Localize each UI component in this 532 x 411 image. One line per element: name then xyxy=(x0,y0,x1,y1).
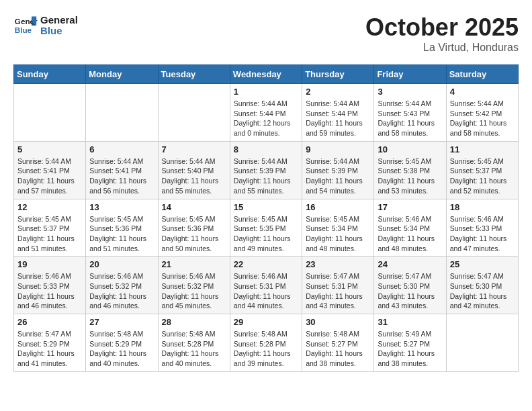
day-number: 23 xyxy=(306,259,370,269)
day-info: Sunrise: 5:44 AM Sunset: 5:41 PM Dayligh… xyxy=(17,156,82,196)
day-info: Sunrise: 5:46 AM Sunset: 5:33 PM Dayligh… xyxy=(450,214,515,254)
calendar-cell: 9Sunrise: 5:44 AM Sunset: 5:39 PM Daylig… xyxy=(302,141,374,199)
calendar-cell: 10Sunrise: 5:45 AM Sunset: 5:38 PM Dayli… xyxy=(374,141,446,199)
day-info: Sunrise: 5:44 AM Sunset: 5:39 PM Dayligh… xyxy=(306,156,370,196)
calendar-cell: 6Sunrise: 5:44 AM Sunset: 5:41 PM Daylig… xyxy=(86,141,158,199)
day-info: Sunrise: 5:48 AM Sunset: 5:27 PM Dayligh… xyxy=(306,329,370,369)
day-info: Sunrise: 5:47 AM Sunset: 5:30 PM Dayligh… xyxy=(450,271,515,311)
month-title: October 2025 xyxy=(365,13,519,42)
day-info: Sunrise: 5:46 AM Sunset: 5:33 PM Dayligh… xyxy=(17,271,82,311)
day-number: 20 xyxy=(89,259,154,269)
day-number: 31 xyxy=(378,317,442,327)
day-number: 8 xyxy=(234,144,298,154)
calendar-cell: 23Sunrise: 5:47 AM Sunset: 5:31 PM Dayli… xyxy=(302,257,374,314)
calendar-cell: 7Sunrise: 5:44 AM Sunset: 5:40 PM Daylig… xyxy=(158,141,230,199)
day-number: 14 xyxy=(162,202,226,212)
calendar-cell xyxy=(14,84,86,142)
day-info: Sunrise: 5:46 AM Sunset: 5:31 PM Dayligh… xyxy=(234,271,298,311)
day-info: Sunrise: 5:47 AM Sunset: 5:31 PM Dayligh… xyxy=(306,271,370,311)
calendar-cell: 24Sunrise: 5:47 AM Sunset: 5:30 PM Dayli… xyxy=(374,257,446,314)
day-number: 10 xyxy=(378,144,442,154)
calendar-cell: 21Sunrise: 5:46 AM Sunset: 5:32 PM Dayli… xyxy=(158,257,230,314)
calendar-cell: 25Sunrise: 5:47 AM Sunset: 5:30 PM Dayli… xyxy=(446,257,518,314)
day-info: Sunrise: 5:44 AM Sunset: 5:40 PM Dayligh… xyxy=(162,156,226,196)
calendar-cell: 8Sunrise: 5:44 AM Sunset: 5:39 PM Daylig… xyxy=(230,141,302,199)
calendar-cell: 20Sunrise: 5:46 AM Sunset: 5:32 PM Dayli… xyxy=(86,257,158,314)
calendar-cell: 3Sunrise: 5:44 AM Sunset: 5:43 PM Daylig… xyxy=(374,84,446,142)
day-of-week-header: Sunday xyxy=(14,65,86,84)
day-info: Sunrise: 5:49 AM Sunset: 5:27 PM Dayligh… xyxy=(378,329,442,369)
logo-line1: General xyxy=(40,15,78,26)
calendar-cell: 26Sunrise: 5:47 AM Sunset: 5:29 PM Dayli… xyxy=(14,314,86,372)
location-subtitle: La Virtud, Honduras xyxy=(365,42,519,54)
day-info: Sunrise: 5:45 AM Sunset: 5:34 PM Dayligh… xyxy=(306,214,370,254)
day-number: 1 xyxy=(234,87,298,97)
day-number: 26 xyxy=(17,317,82,327)
day-info: Sunrise: 5:44 AM Sunset: 5:42 PM Dayligh… xyxy=(450,99,515,138)
day-number: 2 xyxy=(306,87,370,97)
day-number: 30 xyxy=(306,317,370,327)
calendar-cell xyxy=(446,314,518,372)
logo-icon: General Blue xyxy=(13,13,38,38)
calendar-cell: 5Sunrise: 5:44 AM Sunset: 5:41 PM Daylig… xyxy=(14,141,86,199)
logo-line2: Blue xyxy=(40,26,78,37)
day-info: Sunrise: 5:44 AM Sunset: 5:44 PM Dayligh… xyxy=(234,99,298,138)
day-of-week-header: Wednesday xyxy=(230,65,302,84)
calendar-cell: 27Sunrise: 5:48 AM Sunset: 5:29 PM Dayli… xyxy=(86,314,158,372)
day-info: Sunrise: 5:48 AM Sunset: 5:28 PM Dayligh… xyxy=(162,329,226,369)
day-number: 24 xyxy=(378,259,442,269)
day-info: Sunrise: 5:44 AM Sunset: 5:43 PM Dayligh… xyxy=(378,99,442,138)
calendar-cell xyxy=(158,84,230,142)
day-info: Sunrise: 5:45 AM Sunset: 5:35 PM Dayligh… xyxy=(234,214,298,254)
day-number: 13 xyxy=(89,202,154,212)
calendar-cell: 12Sunrise: 5:45 AM Sunset: 5:37 PM Dayli… xyxy=(14,199,86,257)
day-number: 27 xyxy=(89,317,154,327)
day-info: Sunrise: 5:45 AM Sunset: 5:36 PM Dayligh… xyxy=(89,214,154,254)
day-number: 19 xyxy=(17,259,82,269)
day-of-week-header: Saturday xyxy=(446,65,518,84)
day-info: Sunrise: 5:44 AM Sunset: 5:44 PM Dayligh… xyxy=(306,99,370,138)
calendar-table: SundayMondayTuesdayWednesdayThursdayFrid… xyxy=(13,64,519,372)
day-number: 11 xyxy=(450,144,515,154)
day-of-week-header: Friday xyxy=(374,65,446,84)
calendar-cell: 18Sunrise: 5:46 AM Sunset: 5:33 PM Dayli… xyxy=(446,199,518,257)
day-info: Sunrise: 5:44 AM Sunset: 5:41 PM Dayligh… xyxy=(89,156,154,196)
day-number: 6 xyxy=(89,144,154,154)
day-number: 21 xyxy=(162,259,226,269)
day-number: 3 xyxy=(378,87,442,97)
calendar-cell: 29Sunrise: 5:48 AM Sunset: 5:28 PM Dayli… xyxy=(230,314,302,372)
day-number: 7 xyxy=(162,144,226,154)
day-number: 12 xyxy=(17,202,82,212)
calendar-cell: 19Sunrise: 5:46 AM Sunset: 5:33 PM Dayli… xyxy=(14,257,86,314)
day-number: 29 xyxy=(234,317,298,327)
calendar-cell: 30Sunrise: 5:48 AM Sunset: 5:27 PM Dayli… xyxy=(302,314,374,372)
calendar-cell: 11Sunrise: 5:45 AM Sunset: 5:37 PM Dayli… xyxy=(446,141,518,199)
day-info: Sunrise: 5:47 AM Sunset: 5:29 PM Dayligh… xyxy=(17,329,82,369)
calendar-header: SundayMondayTuesdayWednesdayThursdayFrid… xyxy=(14,65,519,84)
day-of-week-header: Tuesday xyxy=(158,65,230,84)
calendar-cell: 31Sunrise: 5:49 AM Sunset: 5:27 PM Dayli… xyxy=(374,314,446,372)
day-info: Sunrise: 5:45 AM Sunset: 5:36 PM Dayligh… xyxy=(162,214,226,254)
day-info: Sunrise: 5:46 AM Sunset: 5:34 PM Dayligh… xyxy=(378,214,442,254)
title-block: October 2025 La Virtud, Honduras xyxy=(365,13,519,54)
calendar-cell: 2Sunrise: 5:44 AM Sunset: 5:44 PM Daylig… xyxy=(302,84,374,142)
day-info: Sunrise: 5:48 AM Sunset: 5:28 PM Dayligh… xyxy=(234,329,298,369)
calendar-cell xyxy=(86,84,158,142)
logo: General Blue General Blue xyxy=(13,13,78,38)
day-info: Sunrise: 5:46 AM Sunset: 5:32 PM Dayligh… xyxy=(162,271,226,311)
calendar-cell: 16Sunrise: 5:45 AM Sunset: 5:34 PM Dayli… xyxy=(302,199,374,257)
day-number: 17 xyxy=(378,202,442,212)
day-info: Sunrise: 5:45 AM Sunset: 5:38 PM Dayligh… xyxy=(378,156,442,196)
day-number: 9 xyxy=(306,144,370,154)
day-number: 16 xyxy=(306,202,370,212)
day-info: Sunrise: 5:44 AM Sunset: 5:39 PM Dayligh… xyxy=(234,156,298,196)
calendar-cell: 14Sunrise: 5:45 AM Sunset: 5:36 PM Dayli… xyxy=(158,199,230,257)
calendar-cell: 22Sunrise: 5:46 AM Sunset: 5:31 PM Dayli… xyxy=(230,257,302,314)
day-number: 22 xyxy=(234,259,298,269)
calendar-cell: 28Sunrise: 5:48 AM Sunset: 5:28 PM Dayli… xyxy=(158,314,230,372)
day-number: 5 xyxy=(17,144,82,154)
day-info: Sunrise: 5:47 AM Sunset: 5:30 PM Dayligh… xyxy=(378,271,442,311)
day-of-week-header: Thursday xyxy=(302,65,374,84)
svg-text:Blue: Blue xyxy=(15,26,32,34)
calendar-cell: 17Sunrise: 5:46 AM Sunset: 5:34 PM Dayli… xyxy=(374,199,446,257)
